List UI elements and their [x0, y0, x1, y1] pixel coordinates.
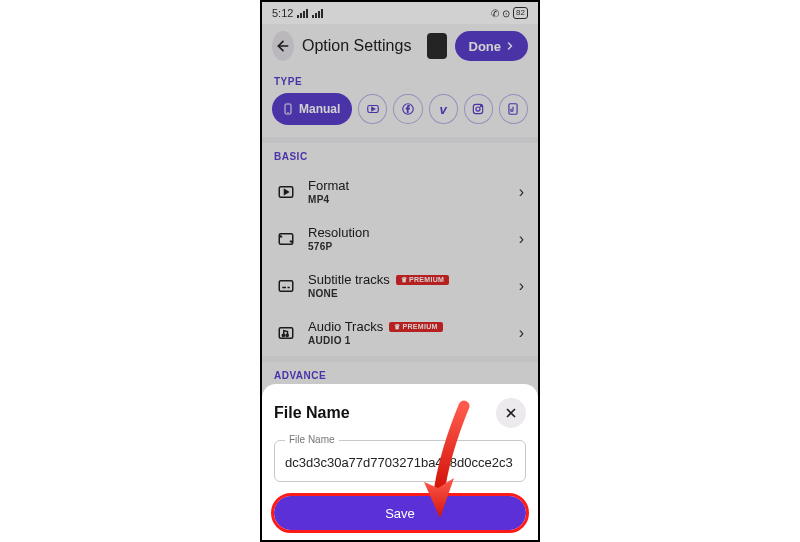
close-icon [504, 406, 518, 420]
instagram-icon [471, 102, 485, 116]
chip-youtube[interactable] [358, 94, 387, 124]
voice-icon: ✆ [491, 8, 499, 19]
signal-icon [297, 9, 308, 18]
youtube-icon [366, 102, 380, 116]
filename-sheet: File Name File Name Save [262, 384, 538, 540]
premium-badge: PREMIUM [396, 275, 449, 285]
done-button[interactable]: Done [455, 31, 529, 61]
chevron-right-icon: › [519, 277, 524, 295]
chip-instagram[interactable] [464, 94, 493, 124]
chip-manual[interactable]: Manual [272, 93, 352, 125]
alarm-icon: ⊙ [502, 8, 510, 19]
chevron-right-icon: › [519, 230, 524, 248]
section-type-label: TYPE [262, 68, 538, 93]
row-resolution-sub: 576P [308, 241, 507, 252]
row-audio[interactable]: Audio Tracks PREMIUM AUDIO 1 › [262, 309, 538, 356]
chip-vimeo[interactable]: v [429, 94, 458, 124]
chip-manual-label: Manual [299, 102, 340, 116]
arrow-left-icon [275, 38, 291, 54]
back-button[interactable] [272, 31, 294, 61]
row-format-title: Format [308, 178, 507, 193]
row-format[interactable]: Format MP4 › [262, 168, 538, 215]
filename-field-label: File Name [285, 434, 339, 445]
row-subtitle-title: Subtitle tracks [308, 272, 390, 287]
chevron-right-icon [504, 40, 516, 52]
video-thumbnail[interactable] [427, 33, 446, 59]
signal-icon-2 [312, 9, 323, 18]
row-subtitle-sub: NONE [308, 288, 507, 299]
chevron-right-icon: › [519, 324, 524, 342]
section-basic-label: BASIC [262, 143, 538, 168]
close-button[interactable] [496, 398, 526, 428]
tiktok-icon [506, 102, 520, 116]
chip-tiktok[interactable] [499, 94, 528, 124]
facebook-icon [401, 102, 415, 116]
phone-icon [282, 102, 294, 116]
svg-point-7 [476, 107, 480, 111]
premium-badge: PREMIUM [389, 322, 442, 332]
chevron-right-icon: › [519, 183, 524, 201]
audio-icon [276, 323, 296, 343]
subtitle-icon [276, 276, 296, 296]
vimeo-icon: v [440, 102, 447, 117]
type-row: Manual v [262, 93, 538, 137]
row-subtitle[interactable]: Subtitle tracks PREMIUM NONE › [262, 262, 538, 309]
resolution-icon [276, 229, 296, 249]
row-resolution-title: Resolution [308, 225, 507, 240]
chip-facebook[interactable] [393, 94, 422, 124]
svg-marker-4 [372, 107, 375, 111]
row-audio-sub: AUDIO 1 [308, 335, 507, 346]
battery-indicator: 82 [513, 7, 528, 19]
svg-point-8 [481, 106, 482, 107]
svg-point-17 [282, 334, 284, 336]
row-format-sub: MP4 [308, 194, 507, 205]
done-label: Done [469, 39, 502, 54]
row-resolution[interactable]: Resolution 576P › [262, 215, 538, 262]
row-audio-title: Audio Tracks [308, 319, 383, 334]
status-time: 5:12 [272, 7, 293, 19]
app-header: Option Settings Done [262, 24, 538, 68]
save-label: Save [385, 506, 415, 521]
phone-frame: 5:12 ✆ ⊙ 82 Option Settings Done TYPE Ma… [260, 0, 540, 542]
status-bar: 5:12 ✆ ⊙ 82 [262, 2, 538, 24]
format-icon [276, 182, 296, 202]
svg-marker-11 [285, 189, 289, 194]
page-title: Option Settings [302, 37, 411, 55]
svg-rect-13 [279, 280, 293, 291]
filename-input[interactable] [285, 455, 515, 470]
save-button[interactable]: Save [274, 496, 526, 530]
svg-point-18 [286, 334, 288, 336]
filename-field-wrap: File Name [274, 440, 526, 482]
sheet-title: File Name [274, 404, 350, 422]
